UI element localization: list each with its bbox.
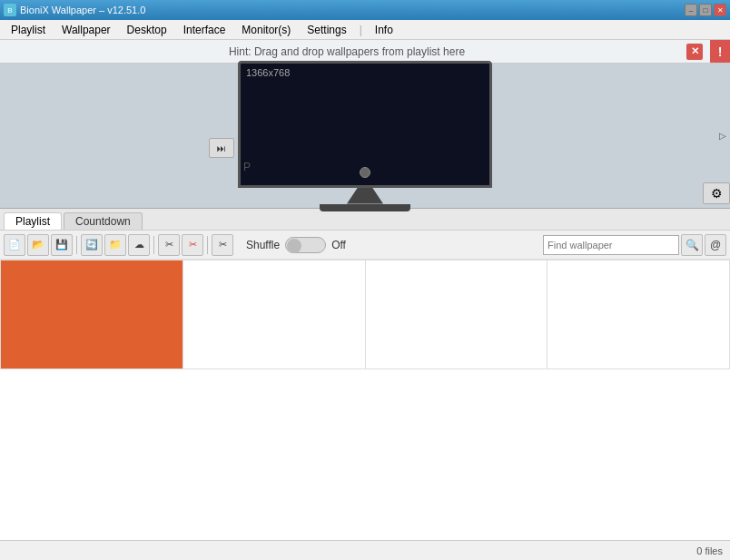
menu-info[interactable]: Info [368, 22, 400, 38]
at-button[interactable]: @ [705, 234, 726, 256]
playlist-cell-3[interactable] [366, 260, 548, 369]
playlist-area [0, 260, 730, 540]
playlist-cell-2[interactable] [183, 260, 366, 369]
menu-bar: Playlist Wallpaper Desktop Interface Mon… [0, 20, 730, 40]
hint-alert-button[interactable]: ! [710, 40, 730, 63]
cut1-button[interactable]: ✂ [158, 234, 180, 256]
monitor-screen: 1366x768 [238, 61, 492, 188]
shuffle-state: Off [331, 239, 346, 251]
app-title: BioniX Wallpaper – v12.51.0 [20, 5, 145, 15]
tabs-bar: Playlist Countdown [0, 209, 730, 231]
monitor-area: 1366x768 ⏭ P ▷ ⚙ [0, 64, 730, 209]
new-button[interactable]: 📄 [4, 234, 25, 256]
files-count: 0 files [696, 545, 723, 556]
menu-monitors[interactable]: Monitor(s) [234, 22, 298, 38]
separator-2 [153, 236, 154, 254]
find-wallpaper-input[interactable] [543, 235, 679, 255]
refresh-button[interactable]: 🔄 [81, 234, 103, 256]
cloud-button[interactable]: ☁ [128, 234, 150, 256]
close-button[interactable]: ✕ [714, 4, 726, 16]
toolbar: 📄 📂 💾 🔄 📁 ☁ ✂ ✂ ✂ Shuffle Off 🔍 @ [0, 231, 730, 260]
menu-interface[interactable]: Interface [176, 22, 233, 38]
title-bar: B BioniX Wallpaper – v12.51.0 – □ ✕ [0, 0, 730, 20]
monitor-base [320, 204, 410, 211]
hint-close-button[interactable]: ✕ [686, 44, 703, 60]
status-bar: 0 files [0, 540, 730, 560]
maximize-button[interactable]: □ [699, 4, 712, 16]
p-label: P [243, 161, 251, 173]
separator-3 [207, 236, 208, 254]
playlist-cell-1[interactable] [1, 260, 183, 369]
app-icon-letter: B [7, 6, 12, 15]
find-button[interactable]: 🔍 [681, 234, 703, 256]
tab-countdown[interactable]: Countdown [64, 212, 143, 230]
monitor-power-button [360, 167, 370, 178]
scissors-button[interactable]: ✂ [212, 234, 233, 256]
menu-wallpaper[interactable]: Wallpaper [54, 22, 118, 38]
playlist-grid [0, 260, 730, 369]
monitor-settings-button[interactable]: ⚙ [703, 182, 730, 204]
shuffle-label: Shuffle [246, 239, 280, 251]
title-bar-controls: – □ ✕ [685, 4, 726, 16]
open-button[interactable]: 📂 [27, 234, 49, 256]
cut2-button[interactable]: ✂ [182, 234, 203, 256]
monitor-resolution: 1366x768 [246, 67, 290, 78]
monitor-stand [347, 188, 383, 204]
menu-settings[interactable]: Settings [300, 22, 353, 38]
minimize-button[interactable]: – [685, 4, 697, 16]
shuffle-knob [287, 239, 301, 253]
shuffle-toggle[interactable] [285, 237, 326, 253]
app-icon: B [4, 4, 16, 16]
menu-playlist[interactable]: Playlist [4, 22, 53, 38]
expand-arrow-button[interactable]: ▷ [715, 123, 730, 150]
hint-text: Hint: Drag and drop wallpapers from play… [7, 45, 686, 58]
monitor-container: 1366x768 [238, 61, 492, 211]
skip-button[interactable]: ⏭ [209, 138, 234, 158]
menu-separator: | [356, 22, 366, 38]
separator-1 [76, 236, 77, 254]
playlist-cell-4[interactable] [548, 260, 730, 369]
title-bar-left: B BioniX Wallpaper – v12.51.0 [4, 4, 145, 16]
menu-desktop[interactable]: Desktop [120, 22, 174, 38]
folder-button[interactable]: 📁 [104, 234, 126, 256]
tab-playlist[interactable]: Playlist [4, 212, 62, 230]
save-button[interactable]: 💾 [51, 234, 73, 256]
